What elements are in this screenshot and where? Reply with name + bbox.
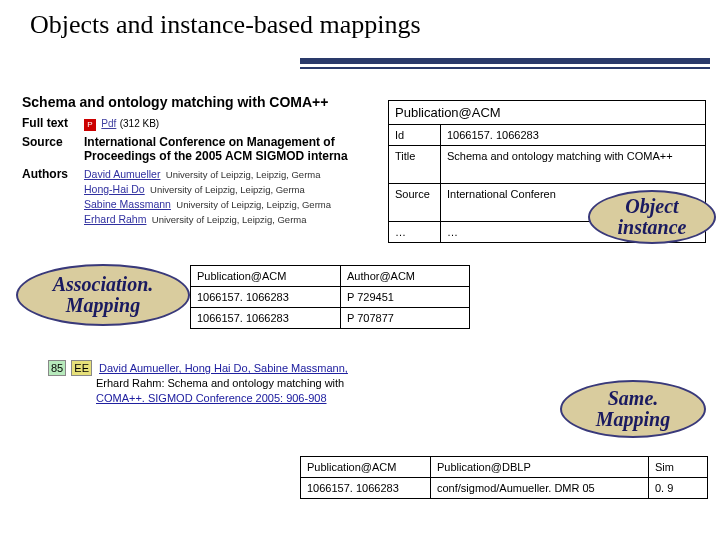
authors-label: Authors	[22, 167, 84, 227]
association-mapping-label: Association. Mapping	[16, 264, 190, 326]
same-mapping-label: Same. Mapping	[560, 380, 706, 438]
author-name[interactable]: Hong-Hai Do	[84, 183, 145, 195]
dblp-text3[interactable]: COMA++. SIGMOD Conference 2005: 906-908	[96, 392, 327, 404]
cell-key: …	[389, 222, 441, 242]
author-row: David Aumueller University of Leipzig, L…	[84, 167, 412, 181]
cell-key: Source	[389, 184, 441, 221]
author-name[interactable]: David Aumueller	[84, 168, 160, 180]
header-cell: Publication@ACM	[301, 457, 431, 477]
author-name[interactable]: Sabine Massmann	[84, 198, 171, 210]
author-affil: University of Leipzig, Leipzig, Germa	[176, 199, 331, 210]
pdf-link[interactable]: Pdf	[101, 118, 116, 129]
table-row: 1066157. 1066283 P 729451	[191, 287, 469, 308]
cell: 0. 9	[649, 478, 707, 498]
author-row: Hong-Hai Do University of Leipzig, Leipz…	[84, 182, 412, 196]
table-row: Id 1066157. 1066283	[389, 125, 705, 146]
author-row: Erhard Rahm University of Leipzig, Leipz…	[84, 212, 412, 226]
cell: 1066157. 1066283	[191, 287, 341, 307]
table-header-row: Publication@ACM Author@ACM	[191, 266, 469, 287]
dblp-index: 85	[48, 360, 66, 376]
oval-line2: instance	[618, 217, 687, 238]
dblp-ee-link[interactable]: EE	[71, 360, 92, 376]
cell-key: Id	[389, 125, 441, 145]
table-row: 1066157. 1066283 conf/sigmod/Aumueller. …	[301, 478, 707, 498]
dblp-text1[interactable]: David Aumueller, Hong Hai Do, Sabine Mas…	[99, 362, 348, 374]
oval-line1: Same.	[608, 388, 659, 409]
cell: P 707877	[341, 308, 469, 328]
oval-line2: Mapping	[66, 295, 140, 316]
citation-block: Schema and ontology matching with COMA++…	[22, 94, 412, 231]
header-cell: Publication@DBLP	[431, 457, 649, 477]
cell-key: Title	[389, 146, 441, 183]
pubacm-header: Publication@ACM	[389, 101, 705, 125]
cell-val: 1066157. 1066283	[441, 125, 705, 145]
citation-title: Schema and ontology matching with COMA++	[22, 94, 412, 110]
fulltext-label: Full text	[22, 116, 84, 131]
cell: P 729451	[341, 287, 469, 307]
table-header-row: Publication@ACM Publication@DBLP Sim	[301, 457, 707, 478]
header-cell: Sim	[649, 457, 707, 477]
author-affil: University of Leipzig, Leipzig, Germa	[150, 184, 305, 195]
dblp-entry: 85 EE David Aumueller, Hong Hai Do, Sabi…	[48, 360, 418, 405]
header-cell: Author@ACM	[341, 266, 469, 286]
table-row: Title Schema and ontology matching with …	[389, 146, 705, 184]
header-cell: Publication@ACM	[191, 266, 341, 286]
pdf-icon: P	[84, 119, 96, 131]
title-rule-thin	[300, 67, 710, 69]
cell: 1066157. 1066283	[191, 308, 341, 328]
table-row: 1066157. 1066283 P 707877	[191, 308, 469, 328]
dblp-text2: Erhard Rahm: Schema and ontology matchin…	[96, 377, 344, 389]
author-row: Sabine Massmann University of Leipzig, L…	[84, 197, 412, 211]
oval-line2: Mapping	[596, 409, 670, 430]
slide-title: Objects and instance-based mappings	[0, 0, 720, 48]
oval-line1: Object	[625, 196, 678, 217]
cell-val: Schema and ontology matching with COMA++	[441, 146, 705, 183]
oval-line1: Association.	[53, 274, 154, 295]
cell: conf/sigmod/Aumueller. DMR 05	[431, 478, 649, 498]
title-rule	[300, 58, 710, 64]
author-affil: University of Leipzig, Leipzig, Germa	[166, 169, 321, 180]
author-name[interactable]: Erhard Rahm	[84, 213, 146, 225]
association-table: Publication@ACM Author@ACM 1066157. 1066…	[190, 265, 470, 329]
pdf-size: (312 KB)	[120, 118, 159, 129]
cell: 1066157. 1066283	[301, 478, 431, 498]
source-line2: Proceedings of the 2005 ACM SIGMOD inter…	[84, 149, 412, 163]
same-mapping-table: Publication@ACM Publication@DBLP Sim 106…	[300, 456, 708, 499]
source-label: Source	[22, 135, 84, 163]
object-instance-label: Object instance	[588, 190, 716, 244]
source-line1: International Conference on Management o…	[84, 135, 412, 149]
author-affil: University of Leipzig, Leipzig, Germa	[152, 214, 307, 225]
